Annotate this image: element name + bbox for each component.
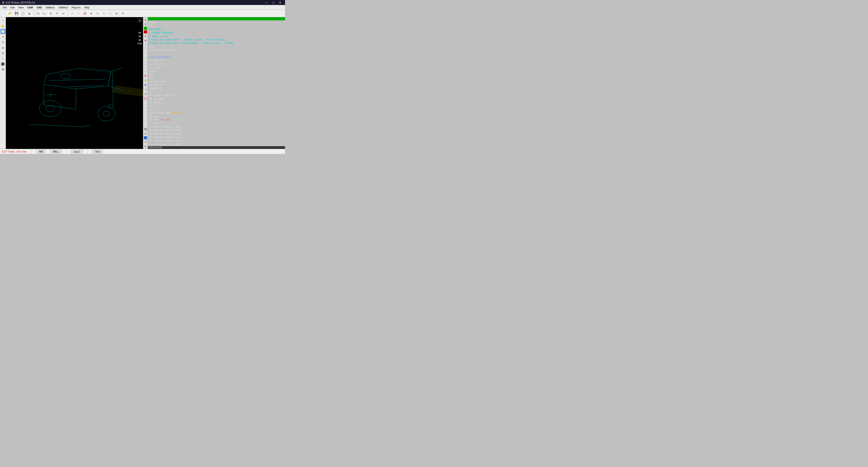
side-blue[interactable] xyxy=(144,136,147,139)
menu-edit[interactable]: Edit xyxy=(9,6,17,9)
status-tab-mill[interactable]: Mill xyxy=(36,150,46,153)
menu-utilities1[interactable]: Utilities1 xyxy=(44,6,57,9)
menu-help[interactable]: Help xyxy=(82,6,91,9)
nc-line: G54 xyxy=(149,76,284,80)
tb-new[interactable]: 📄 xyxy=(1,11,7,17)
title-text: [] (C:\Fusion_NC\4728.nc) xyxy=(6,1,35,4)
menu-view[interactable]: View xyxy=(17,6,26,9)
side-up[interactable]: ▲ xyxy=(144,18,148,22)
nc-line: G0 G28 H0. xyxy=(149,84,284,87)
tb-grid[interactable]: ⊞ xyxy=(114,11,119,17)
nc-line: G28 U0. V0. xyxy=(149,63,284,66)
side-frame2[interactable]: ⊟ xyxy=(144,132,148,136)
svg-line-18 xyxy=(51,125,83,127)
lt-line[interactable]: ⌇ xyxy=(0,56,5,61)
lt-layer[interactable]: ⬛ xyxy=(0,62,5,66)
menu-cam[interactable]: CAM xyxy=(25,6,35,9)
side-down2[interactable]: ▼ xyxy=(144,38,148,42)
tb-select2[interactable]: ⤡ xyxy=(75,11,82,17)
lt-up[interactable]: ↑ xyxy=(0,18,5,23)
xy-axis-btn[interactable]: XY▶ xyxy=(137,42,142,45)
nc-line: M141 xyxy=(149,69,284,73)
side-menu[interactable]: ☰ xyxy=(144,22,148,26)
svg-point-5 xyxy=(39,100,61,117)
side-grid[interactable]: ⊞ xyxy=(144,144,148,149)
lt-draw[interactable]: ✎ xyxy=(0,40,5,45)
svg-point-6 xyxy=(46,105,55,112)
lt-pan[interactable]: ✋ xyxy=(0,24,5,29)
statusbar: 3127 Chars, 170 Lines Mill MILL Lay 1 To… xyxy=(0,149,285,154)
view-up-btn[interactable]: ▲ xyxy=(137,18,142,23)
y-axis-btn[interactable]: Y▶ xyxy=(137,34,142,38)
nc-line: Z0.0394 F1.181 xyxy=(149,118,284,122)
svg-line-29 xyxy=(115,87,143,90)
tb-zoom-fit[interactable]: ⊡ xyxy=(48,11,54,17)
tb-undo[interactable]: ↩ xyxy=(60,11,66,17)
nc-scrollbar-thumb[interactable] xyxy=(148,147,162,149)
nc-line: G12.1 xyxy=(149,108,284,111)
side-green[interactable] xyxy=(144,27,147,30)
tb-settings[interactable]: ⊟ xyxy=(120,11,126,17)
tb-select1[interactable]: ⤢ xyxy=(69,11,75,17)
svg-line-12 xyxy=(50,80,105,81)
nc-line: Z0.1969 xyxy=(149,115,284,118)
lt-select[interactable]: ⬜ xyxy=(0,29,5,34)
side-z[interactable]: Z▶ xyxy=(144,83,148,87)
menu-file[interactable]: File xyxy=(1,6,9,9)
nc-line: X1.9038Y0.3221Z-0.5337 xyxy=(149,125,284,129)
svg-point-7 xyxy=(98,106,115,121)
nc-line: X1.9017Y0.3209Z-0.5458 xyxy=(149,132,284,136)
nc-line: X1.9029Y0.3217Z-0.5398 xyxy=(149,129,284,132)
svg-point-11 xyxy=(108,104,114,109)
close-button[interactable]: ✕ xyxy=(277,0,283,4)
tb-print[interactable]: 🖨 xyxy=(26,11,32,17)
wireframe-svg xyxy=(6,17,143,149)
nc-line: N1(2D CONTOUR3) xyxy=(149,56,284,59)
left-toolbar: ↑ ✋ ⬜ ↗ ✎ ◎ ✛ ⌇ ⬛ ⊞ xyxy=(0,17,6,149)
tb-dot[interactable]: ⊙ xyxy=(95,11,100,17)
nc-line: 04728 xyxy=(149,21,284,24)
tb-cross[interactable]: ⊕ xyxy=(88,11,94,17)
side-no[interactable]: 🚫 xyxy=(144,96,148,100)
lt-plus[interactable]: ✛ xyxy=(0,51,5,56)
tb-saveas[interactable]: 📋 xyxy=(20,11,26,17)
tb-zoom-in[interactable]: 🔍+ xyxy=(35,11,41,17)
menu-cad[interactable]: CAD xyxy=(35,6,44,9)
side-red[interactable] xyxy=(144,30,147,33)
tb-circle[interactable]: ⭕ xyxy=(82,11,88,17)
menu-utilities2[interactable]: Utilities2 xyxy=(57,6,70,9)
side-down1[interactable]: ▼ xyxy=(144,34,148,38)
tb-arrow1[interactable]: ⤣ xyxy=(101,11,107,17)
nc-content[interactable]: 04728 M22 (MACHINE) ( VENDOR DOOSAN) ( M… xyxy=(148,20,285,146)
svg-line-26 xyxy=(113,89,143,93)
nc-line: G0 Z0.5906 xyxy=(149,97,284,101)
side-xy[interactable]: XY▶ xyxy=(144,87,148,91)
menu-plugins[interactable]: Plug-ins xyxy=(70,6,82,9)
side-x[interactable]: X▶ xyxy=(144,74,148,78)
tb-zoom-out[interactable]: 🔍− xyxy=(41,11,47,17)
lt-circle[interactable]: ◎ xyxy=(0,45,5,50)
lt-grid[interactable]: ⊞ xyxy=(0,67,5,72)
viewport[interactable]: ▲ X▶ Y▶ Z▶ XY▶ xyxy=(6,17,143,149)
side-dots[interactable]: ⋯ xyxy=(144,69,148,73)
side-edit[interactable]: ✎ xyxy=(144,140,148,144)
z-axis-btn[interactable]: Z▶ xyxy=(137,38,142,42)
tb-arrow2[interactable]: ⤥ xyxy=(107,11,113,17)
status-tab-lay1[interactable]: Lay 1 xyxy=(71,150,83,153)
tb-open[interactable]: 📂 xyxy=(7,11,13,17)
tb-save[interactable]: 💾 xyxy=(13,11,20,17)
side-rotate[interactable]: ↺ xyxy=(144,92,148,96)
status-tab-tool[interactable]: Tool xyxy=(92,150,103,153)
x-axis-btn[interactable]: X▶ xyxy=(137,31,142,34)
side-y[interactable]: Y▶ xyxy=(144,78,148,82)
svg-line-20 xyxy=(83,125,91,127)
status-tab-mill2[interactable]: MILL xyxy=(50,150,62,153)
side-frame1[interactable]: 🔲 xyxy=(144,127,148,131)
lt-arrow[interactable]: ↗ xyxy=(0,34,5,39)
nc-scrollbar[interactable] xyxy=(148,146,285,149)
view-controls: ▲ xyxy=(137,18,142,23)
nc-header xyxy=(148,17,285,20)
tb-zoom-cancel[interactable]: ✕ xyxy=(54,11,60,17)
minimize-button[interactable]: ─ xyxy=(263,0,270,4)
maximize-button[interactable]: □ xyxy=(270,0,276,4)
